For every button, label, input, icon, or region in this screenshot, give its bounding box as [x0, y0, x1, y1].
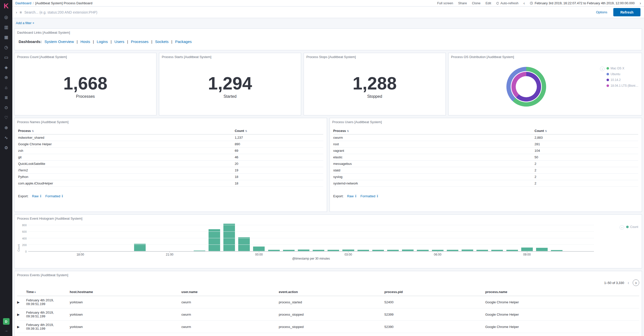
metric-label: Processes — [76, 94, 95, 99]
sidebar-item-timelion[interactable]: ◷ — [0, 42, 12, 52]
y-tick-label: 0 — [25, 250, 27, 253]
sidebar-item-discover[interactable]: ◎ — [0, 12, 12, 22]
column-header-host-hostname[interactable]: host.hostname — [70, 288, 181, 296]
panel-title: Process Events [Auditbeat System] — [15, 271, 642, 277]
kibana-logo[interactable]: K — [0, 0, 12, 12]
table-row[interactable]: ▶ February 4th 2019, 09:39:31.199 yorkto… — [17, 333, 639, 336]
sidebar-item-machine-learning[interactable]: ⊛ — [0, 72, 12, 82]
legend-item[interactable]: Ubuntu — [607, 72, 639, 76]
column-header-process[interactable]: Process⇅ — [333, 128, 535, 134]
link-users[interactable]: Users — [114, 39, 124, 44]
export-raw-link[interactable]: Raw↧ — [32, 194, 42, 198]
legend-item[interactable]: 18.04.1 LTS (Bionic B... — [607, 84, 639, 87]
breadcrumb-dashboard[interactable]: Dashboard — [15, 1, 31, 5]
expand-nav-icon[interactable]: → — [4, 328, 8, 332]
legend-item[interactable]: 10.14.2 — [607, 78, 639, 82]
histogram-bar[interactable] — [223, 224, 235, 252]
sidebar-item-dashboard[interactable]: ▦ — [0, 32, 12, 42]
sidebar-item-dev-tools[interactable]: ⊕ — [0, 123, 12, 133]
histogram-bar[interactable] — [253, 247, 265, 251]
cell-process: syslog — [333, 174, 535, 180]
link-system-overview[interactable]: System Overview — [45, 39, 74, 44]
bar-slot — [296, 222, 311, 251]
sidebar-item-logs[interactable]: ≣ — [0, 92, 12, 103]
add-filter-button[interactable]: Add a filter + — [16, 21, 34, 25]
options-button[interactable]: Options — [596, 10, 607, 14]
sidebar-item-canvas[interactable]: ▭ — [0, 52, 12, 62]
export-formatted-link[interactable]: Formatted↧ — [360, 194, 379, 198]
link-packages[interactable]: Packages — [175, 39, 192, 44]
histogram-legend-items: Count — [626, 225, 638, 229]
clone-button[interactable]: Clone — [472, 1, 480, 5]
download-icon: ↧ — [376, 195, 379, 198]
query-bar: › ≡ Options Refresh — [12, 7, 644, 18]
column-header-process-name[interactable]: process.name — [485, 288, 639, 296]
sidebar-item-management[interactable]: ⚙ — [0, 143, 12, 153]
space-avatar[interactable]: D — [3, 318, 10, 325]
expand-row-icon[interactable]: ▶ — [17, 308, 26, 321]
legend-item[interactable]: Count — [626, 225, 638, 229]
x-tick-label: 21:00 — [166, 253, 173, 256]
cell-count: 50 — [535, 154, 638, 161]
expand-row-icon[interactable]: ▶ — [17, 333, 26, 336]
table-row[interactable]: ▶ February 4th 2019, 09:39:51.199 yorkto… — [17, 296, 639, 308]
bar-slot — [475, 222, 490, 251]
link-sockets[interactable]: Sockets — [155, 39, 169, 44]
timelion-icon: ◷ — [4, 45, 8, 50]
search-input[interactable] — [24, 10, 593, 14]
time-range-picker[interactable]: February 3rd 2019, 16:22:07.472 to Febru… — [530, 1, 635, 5]
refresh-button[interactable]: Refresh — [613, 8, 640, 16]
link-hosts[interactable]: Hosts — [80, 39, 90, 44]
link-logins[interactable]: Logins — [97, 39, 108, 44]
table-row[interactable]: ▶ February 4th 2019, 09:39:51.199 yorkto… — [17, 308, 639, 321]
legend-toggle-button[interactable]: › — [620, 225, 624, 230]
link-processes[interactable]: Processes — [131, 39, 148, 44]
next-page-button[interactable]: › — [633, 279, 639, 286]
sidebar-item-monitoring[interactable]: ∿ — [0, 133, 12, 143]
sidebar-item-uptime[interactable]: ♡ — [0, 113, 12, 123]
edit-button[interactable]: Edit — [486, 1, 491, 5]
column-header-process[interactable]: Process⇅ — [18, 128, 235, 134]
sidebar-item-infrastructure[interactable]: ⌂ — [0, 82, 12, 92]
histogram-bar[interactable] — [134, 244, 146, 251]
panel-dashboard-links: Dashboard Links [Auditbeat System] Dashb… — [14, 28, 642, 50]
cell-count: 69 — [235, 148, 323, 154]
x-tick-label: 09:00 — [523, 253, 531, 256]
column-header-time[interactable]: Time▾ — [26, 288, 70, 296]
time-step-forward-button[interactable]: › — [640, 1, 641, 5]
share-button[interactable]: Share — [458, 1, 467, 5]
column-header-process-pid[interactable]: process.pid — [384, 288, 485, 296]
histogram-bar[interactable] — [209, 229, 220, 251]
legend-item[interactable]: Mac OS X — [607, 67, 639, 70]
sidebar-item-visualize[interactable]: ▥ — [0, 22, 12, 32]
column-header-count[interactable]: Count⇅ — [535, 128, 638, 134]
logs-icon: ≣ — [4, 95, 8, 100]
sidebar-item-maps[interactable]: ◈ — [0, 62, 12, 72]
full-screen-button[interactable]: Full screen — [437, 1, 453, 5]
column-header-event-action[interactable]: event.action — [279, 288, 384, 296]
table-row: mdworker_shared1,237 — [18, 134, 323, 141]
x-tick-label: 00:00 — [255, 253, 263, 256]
export-formatted-link[interactable]: Formatted↧ — [45, 194, 63, 198]
metric-label: Stopped — [367, 94, 382, 99]
export-raw-link[interactable]: Raw↧ — [347, 194, 357, 198]
histogram-bar[interactable] — [521, 248, 533, 251]
auto-refresh-button[interactable]: Auto-refresh — [496, 1, 518, 5]
histogram-bar[interactable] — [536, 248, 548, 251]
previous-page-button[interactable]: ‹ — [627, 280, 630, 285]
column-header-count[interactable]: Count⇅ — [235, 128, 323, 134]
column-header-user-name[interactable]: user.name — [181, 288, 279, 296]
panel-title: Process OS Distribution [Auditbeat Syste… — [449, 53, 642, 59]
table-row[interactable]: ▶ February 4th 2019, 09:39:31.199 yorkto… — [17, 321, 639, 333]
histogram-plot — [28, 222, 594, 252]
bar-slot — [207, 222, 222, 251]
cell-process-pid: 52399 — [384, 308, 485, 321]
expand-row-icon[interactable]: ▶ — [17, 296, 26, 308]
export-label: Export: — [333, 194, 344, 198]
sidebar-item-apm[interactable]: ⊙ — [0, 103, 12, 113]
cell-process: statd — [333, 167, 535, 174]
time-step-back-button[interactable]: ‹ — [524, 1, 525, 5]
sort-icon: ⇅ — [347, 130, 349, 132]
expand-row-icon[interactable]: ▶ — [17, 321, 26, 333]
legend-toggle-button[interactable]: › — [600, 67, 605, 71]
